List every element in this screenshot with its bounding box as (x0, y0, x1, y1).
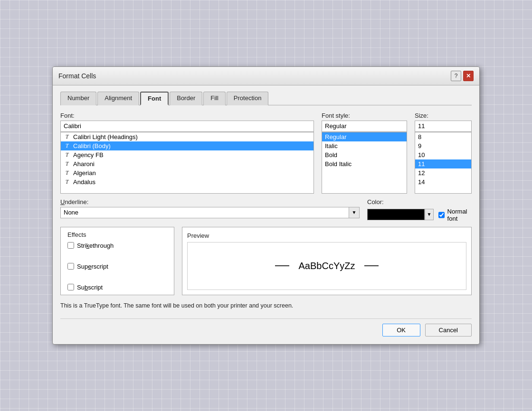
font-column: Font: TCalibri Light (Headings)TCalibri … (60, 112, 314, 198)
font-list-item[interactable]: TAlgerian (61, 168, 314, 177)
font-style-column: Font style: RegularItalicBoldBold Italic (322, 112, 407, 198)
font-style-label: Font style: (322, 112, 407, 119)
underline-group: Underline: ▼ (60, 198, 360, 222)
normal-font-checkbox[interactable] (438, 212, 445, 218)
preview-area: AaBbCcYyZz (187, 242, 466, 290)
ok-button[interactable]: OK (382, 324, 420, 336)
normal-font-row: Normal font (438, 208, 472, 222)
title-bar-buttons: ? ✕ (451, 71, 474, 81)
size-list-item[interactable]: 10 (415, 150, 471, 159)
size-field-group: Size: 8910111214 (415, 112, 472, 194)
effects-preview-row: Effects Strikethrough Superscript Subscr… (60, 227, 472, 295)
font-type-icon: T (64, 160, 70, 168)
help-button[interactable]: ? (451, 71, 461, 81)
underline-color-row: Underline: ▼ Color: ▼ Norm (60, 198, 472, 222)
underline-label: Underline: (60, 198, 360, 206)
font-type-icon: T (64, 178, 70, 186)
underline-input[interactable] (60, 207, 349, 218)
preview-dash-left (275, 265, 289, 266)
strikethrough-text: Strikethrough (77, 242, 114, 249)
superscript-label[interactable]: Superscript (67, 263, 167, 270)
font-list[interactable]: TCalibri Light (Headings)TCalibri (Body)… (60, 132, 314, 194)
dialog-content: Number Alignment Font Border Fill Protec… (53, 85, 479, 345)
format-cells-dialog: Format Cells ? ✕ Number Alignment Font B… (52, 66, 480, 345)
size-list-item[interactable]: 11 (415, 159, 471, 168)
color-swatch[interactable] (367, 209, 425, 220)
style-list-item[interactable]: Bold (322, 150, 407, 159)
font-list-item[interactable]: TAndalus (61, 177, 314, 187)
superscript-text: Superscript (77, 263, 108, 270)
size-column: Size: 8910111214 (415, 112, 472, 198)
size-list-item[interactable]: 8 (415, 132, 471, 141)
size-input[interactable] (415, 121, 472, 132)
tab-bar: Number Alignment Font Border Fill Protec… (60, 91, 472, 105)
dialog-title: Format Cells (58, 72, 96, 80)
color-dropdown-btn[interactable]: ▼ (425, 209, 433, 220)
size-list-item[interactable]: 14 (415, 177, 471, 187)
font-style-input[interactable] (322, 121, 407, 132)
color-swatch-row: ▼ Normal font (367, 207, 472, 222)
font-input[interactable] (60, 121, 314, 132)
style-list-item[interactable]: Regular (322, 132, 407, 141)
tab-alignment[interactable]: Alignment (97, 92, 139, 105)
preview-dash-right (364, 265, 379, 266)
tab-protection[interactable]: Protection (227, 92, 269, 105)
preview-text: AaBbCcYyZz (299, 261, 355, 271)
font-list-item[interactable]: TAgency FB (61, 150, 314, 159)
title-bar: Format Cells ? ✕ (53, 67, 479, 85)
strikethrough-label[interactable]: Strikethrough (67, 242, 167, 249)
effects-box: Effects Strikethrough Superscript Subscr… (60, 227, 174, 295)
font-type-icon: T (64, 151, 70, 159)
effects-title: Effects (67, 231, 167, 238)
tab-border[interactable]: Border (170, 92, 202, 105)
superscript-checkbox[interactable] (67, 263, 74, 270)
style-list-item[interactable]: Italic (322, 141, 407, 150)
subscript-text: Subscript (77, 284, 103, 291)
style-list-item[interactable]: Bold Italic (322, 159, 407, 168)
close-button[interactable]: ✕ (463, 71, 474, 81)
button-row: OK Cancel (60, 318, 472, 336)
tab-fill[interactable]: Fill (203, 92, 226, 105)
font-label: Font: (60, 112, 314, 119)
size-list-item[interactable]: 12 (415, 168, 471, 177)
font-list-item[interactable]: TAharoni (61, 159, 314, 168)
preview-text-line: AaBbCcYyZz (275, 261, 379, 271)
color-label: Color: (367, 198, 472, 206)
font-type-icon: T (64, 142, 70, 149)
subscript-checkbox[interactable] (67, 284, 74, 290)
font-list-item[interactable]: TCalibri Light (Headings) (61, 132, 314, 141)
size-list[interactable]: 8910111214 (415, 132, 472, 194)
font-style-size-area: Font: TCalibri Light (Headings)TCalibri … (60, 112, 472, 198)
cancel-button[interactable]: Cancel (425, 324, 472, 336)
tab-font[interactable]: Font (140, 92, 169, 105)
color-group: Color: ▼ Normal font (367, 198, 472, 222)
font-list-item[interactable]: TCalibri (Body) (61, 141, 314, 150)
subscript-label[interactable]: Subscript (67, 284, 167, 291)
size-list-item[interactable]: 9 (415, 141, 471, 150)
font-style-list[interactable]: RegularItalicBoldBold Italic (322, 132, 407, 194)
strikethrough-checkbox[interactable] (67, 242, 74, 249)
size-label: Size: (415, 112, 472, 119)
normal-font-label: Normal font (447, 208, 472, 222)
font-style-field-group: Font style: RegularItalicBoldBold Italic (322, 112, 407, 194)
info-text: This is a TrueType font. The same font w… (60, 302, 472, 310)
normal-font-checkbox-label[interactable]: Normal font (438, 208, 472, 222)
underline-dropdown-btn[interactable]: ▼ (349, 207, 360, 218)
font-type-icon: T (64, 133, 70, 140)
underline-select-row: ▼ (60, 207, 360, 218)
preview-title: Preview (187, 232, 466, 239)
font-field-group: Font: TCalibri Light (Headings)TCalibri … (60, 112, 314, 194)
tab-number[interactable]: Number (60, 92, 96, 105)
font-type-icon: T (64, 169, 70, 177)
preview-box: Preview AaBbCcYyZz (182, 227, 472, 295)
